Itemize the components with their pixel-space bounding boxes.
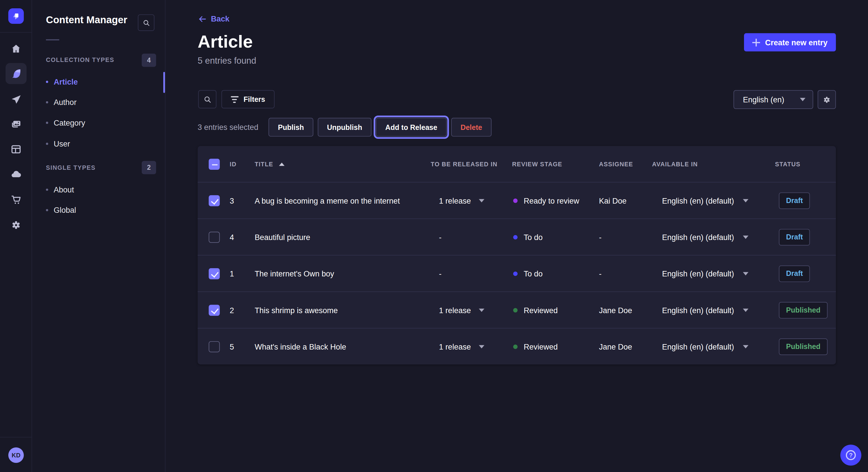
- back-link[interactable]: Back: [198, 14, 229, 23]
- gear-icon: [822, 95, 832, 104]
- column-header-status[interactable]: STATUS: [775, 161, 836, 167]
- chevron-down-icon[interactable]: [478, 345, 484, 348]
- home-icon[interactable]: [0, 38, 32, 59]
- column-header-to-be-released-in[interactable]: TO BE RELEASED IN: [431, 161, 512, 167]
- sidebar-item-article[interactable]: Article: [46, 72, 154, 92]
- table-search-button[interactable]: [198, 90, 216, 108]
- sidebar-item-category[interactable]: Category: [46, 113, 154, 133]
- sidebar-item-user[interactable]: User: [46, 134, 154, 154]
- column-header-title[interactable]: TITLE: [255, 161, 431, 167]
- locale-label: English (en) (default): [662, 196, 734, 205]
- selected-entries-count: 3 entries selected: [197, 123, 258, 132]
- cell-release[interactable]: 1 release: [431, 196, 512, 205]
- cell-available-in[interactable]: English (en) (default): [652, 269, 775, 278]
- cell-available-in[interactable]: English (en) (default): [652, 233, 775, 241]
- cloud-icon[interactable]: [0, 164, 32, 185]
- cell-review-stage: Reviewed: [512, 342, 599, 351]
- release-count: 1 release: [439, 306, 471, 314]
- unpublish-button[interactable]: Unpublish: [318, 118, 371, 137]
- collection-types-count-badge: 4: [142, 54, 156, 67]
- content-manager-icon[interactable]: [5, 63, 26, 84]
- filter-icon: [231, 96, 239, 103]
- chevron-down-icon[interactable]: [743, 272, 748, 275]
- row-checkbox[interactable]: [209, 231, 220, 243]
- row-checkbox[interactable]: [209, 305, 220, 316]
- cell-id: 4: [229, 233, 255, 241]
- create-new-entry-button[interactable]: Create new entry: [744, 33, 836, 52]
- release-count: -: [439, 269, 441, 278]
- cell-assignee: Kai Doe: [599, 196, 652, 205]
- chevron-down-icon[interactable]: [743, 235, 748, 239]
- sidebar-item-label: About: [54, 185, 74, 194]
- cell-available-in[interactable]: English (en) (default): [652, 306, 775, 314]
- select-all-checkbox[interactable]: [209, 159, 220, 170]
- subnav-search-button[interactable]: [138, 14, 154, 31]
- sidebar-item-global[interactable]: Global: [46, 200, 154, 220]
- cell-available-in[interactable]: English (en) (default): [652, 196, 775, 205]
- cell-assignee: -: [599, 233, 652, 241]
- locale-select[interactable]: English (en): [733, 90, 813, 109]
- release-count: 1 release: [439, 196, 471, 205]
- chevron-down-icon[interactable]: [743, 345, 748, 348]
- row-checkbox[interactable]: [209, 195, 220, 206]
- chevron-down-icon[interactable]: [478, 308, 484, 312]
- cell-release[interactable]: 1 release: [431, 306, 512, 314]
- sidebar-item-author[interactable]: Author: [46, 92, 154, 112]
- chevron-down-icon[interactable]: [743, 308, 748, 312]
- publish-button[interactable]: Publish: [268, 118, 313, 137]
- cell-id: 2: [229, 306, 255, 314]
- help-button[interactable]: ?: [840, 445, 861, 466]
- bullet-icon: [46, 209, 48, 211]
- releases-icon[interactable]: [0, 89, 32, 110]
- status-badge: Draft: [779, 265, 810, 282]
- column-header-review-stage[interactable]: REVIEW STAGE: [512, 161, 599, 167]
- stage-dot-icon: [513, 271, 518, 276]
- row-checkbox[interactable]: [209, 341, 220, 352]
- cell-release[interactable]: 1 release: [431, 342, 512, 351]
- user-avatar[interactable]: KD: [8, 447, 24, 463]
- strapi-logo[interactable]: [8, 8, 24, 24]
- question-circle-icon: ?: [846, 450, 856, 460]
- settings-icon[interactable]: [0, 214, 32, 235]
- media-library-icon[interactable]: [0, 114, 32, 135]
- cell-title: What's inside a Black Hole: [255, 342, 431, 351]
- table-row[interactable]: 3 A bug is becoming a meme on the intern…: [197, 182, 836, 218]
- column-header-available-in[interactable]: AVAILABLE IN: [652, 161, 775, 167]
- cell-id: 1: [229, 269, 255, 278]
- divider: [46, 39, 59, 40]
- cell-available-in[interactable]: English (en) (default): [652, 342, 775, 351]
- chevron-down-icon: [800, 98, 805, 101]
- sidebar-item-about[interactable]: About: [46, 180, 154, 200]
- table-row[interactable]: 5 What's inside a Black Hole 1 release R…: [197, 328, 836, 365]
- chevron-down-icon[interactable]: [478, 199, 484, 202]
- bullet-icon: [46, 101, 48, 103]
- subnav-title: Content Manager: [46, 14, 127, 26]
- delete-button[interactable]: Delete: [451, 118, 492, 137]
- column-header-assignee[interactable]: ASSIGNEE: [599, 161, 652, 167]
- entries-count: 5 entries found: [197, 56, 256, 66]
- single-types-count-badge: 2: [142, 161, 156, 174]
- view-settings-button[interactable]: [817, 90, 836, 109]
- filters-button[interactable]: Filters: [221, 90, 274, 108]
- cell-release: -: [431, 269, 512, 278]
- table-header-row: ID TITLE TO BE RELEASED IN REVIEW STAGE …: [197, 146, 836, 182]
- app-root: KD Content Manager COLLECTION TYPES 4 Ar…: [0, 0, 868, 472]
- sort-ascending-icon: [279, 162, 284, 166]
- row-checkbox[interactable]: [209, 268, 220, 279]
- chevron-down-icon[interactable]: [743, 199, 748, 202]
- add-to-release-button[interactable]: Add to Release: [376, 118, 446, 137]
- table-row[interactable]: 4 Beautiful picture - To do - English (e…: [197, 218, 836, 255]
- cell-title: A bug is becoming a meme on the internet: [255, 196, 431, 205]
- marketplace-icon[interactable]: [0, 189, 32, 210]
- stage-dot-icon: [513, 235, 518, 239]
- content-type-builder-icon[interactable]: [0, 139, 32, 160]
- cell-review-stage: Ready to review: [512, 196, 599, 205]
- main-content: Back Article 5 entries found Create new …: [166, 0, 868, 472]
- table-row[interactable]: 1 The internet's Own boy - To do - Engli…: [197, 255, 836, 291]
- cell-title: This shrimp is awesome: [255, 306, 431, 314]
- table-row[interactable]: 2 This shrimp is awesome 1 release Revie…: [197, 291, 836, 328]
- search-icon: [142, 19, 150, 27]
- active-item-indicator: [163, 72, 165, 93]
- column-header-id[interactable]: ID: [229, 161, 255, 167]
- cell-assignee: Jane Doe: [599, 306, 652, 314]
